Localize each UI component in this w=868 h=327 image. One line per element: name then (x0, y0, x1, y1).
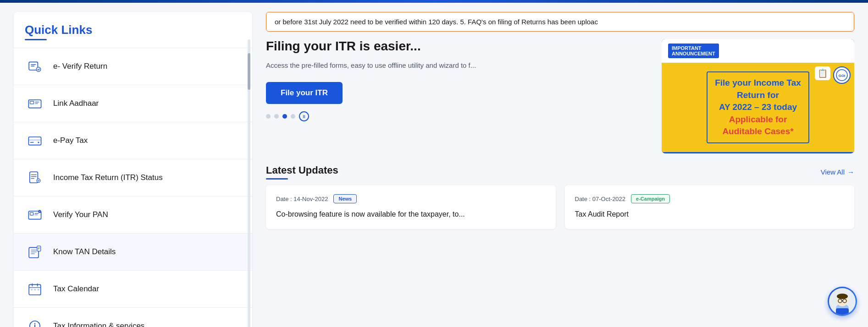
latest-updates-section: Latest Updates View All → Date : 14-Nov-… (266, 161, 854, 229)
announcement-top: IMPORTANTANNOUNCEMENT (662, 39, 854, 63)
card-meta-1: Date : 14-Nov-2022 News (276, 194, 546, 203)
sidebar-item-label: e-Pay Tax (53, 136, 88, 145)
view-all-link[interactable]: View All → (821, 168, 854, 176)
updates-title-block: Latest Updates (266, 164, 338, 180)
file-itr-button[interactable]: File your ITR (266, 82, 343, 104)
carousel-pause-button[interactable]: ⏸ (299, 111, 309, 121)
ann-line3: AY 2022 – 23 today (719, 102, 797, 112)
title-underline (25, 39, 47, 40)
carousel-dot-3[interactable] (282, 114, 287, 119)
carousel-dot-4[interactable] (291, 114, 295, 119)
svg-rect-16 (34, 289, 36, 290)
sidebar-item-label: Tax Information & services (53, 322, 144, 327)
card-date-1: Date : 14-Nov-2022 (276, 196, 328, 202)
tax-calendar-icon (25, 279, 45, 299)
svg-point-24 (837, 294, 848, 299)
svg-rect-3 (30, 101, 34, 104)
ann-line5: Auditable Cases* (722, 126, 793, 136)
svg-rect-15 (31, 289, 33, 290)
updates-header: Latest Updates View All → (266, 164, 854, 180)
sidebar-item-label: Tax Calendar (53, 284, 99, 294)
sidebar-item-verify-pan[interactable]: Verify Your PAN (14, 196, 252, 233)
ticker-banner: or before 31st July 2022 need to be veri… (266, 12, 854, 32)
e-pay-tax-icon (25, 131, 45, 151)
hero-desc: Access the pre-filled forms, easy to use… (266, 60, 651, 71)
quick-links-title: Quick Links (14, 23, 252, 44)
card-date-2: Date : 07-Oct-2022 (575, 196, 626, 202)
arrow-right-icon: → (847, 168, 854, 176)
quick-links-list: e- Verify Return Link Aadhaar (14, 48, 252, 327)
view-all-label: View All (821, 168, 845, 176)
sidebar-item-e-pay-tax[interactable]: e-Pay Tax (14, 122, 252, 159)
announcement-body: GOI File your Income Tax Return for AY 2… (662, 63, 854, 152)
sidebar-item-tax-info[interactable]: Tax Information & services (14, 307, 252, 327)
updates-title-underline (266, 178, 288, 180)
hero-title: Filing your ITR is easier... (266, 39, 651, 54)
updates-title: Latest Updates (266, 164, 338, 176)
scrollbar-thumb (248, 53, 250, 90)
svg-point-11 (38, 210, 41, 213)
carousel-dot-2[interactable] (274, 114, 279, 119)
ann-line4: Applicable for (729, 114, 787, 124)
card-content-2: Tax Audit Report (575, 209, 845, 220)
main-wrapper: Quick Links e- Verify Return (0, 3, 868, 327)
quick-links-title-plain: Quick (25, 23, 61, 37)
announcement-border-box: File your Income Tax Return for AY 2022 … (707, 71, 809, 143)
svg-rect-28 (836, 308, 849, 315)
sidebar-item-tax-calendar[interactable]: Tax Calendar (14, 270, 252, 307)
sidebar-item-label: Link Aadhaar (53, 99, 99, 108)
content-area: or before 31st July 2022 need to be veri… (266, 12, 854, 327)
svg-rect-17 (38, 289, 39, 290)
announcement-card: IMPORTANTANNOUNCEMENT GOI File your Inco… (662, 39, 854, 153)
announcement-logo: GOI (833, 66, 851, 84)
card-content-1: Co-browsing feature is now available for… (276, 209, 546, 220)
svg-point-19 (34, 323, 35, 324)
hero-text: Filing your ITR is easier... Access the … (266, 39, 651, 121)
quick-links-title-bold: Links (61, 23, 92, 37)
e-verify-icon (25, 56, 45, 76)
card-meta-2: Date : 07-Oct-2022 e-Campaign (575, 194, 845, 203)
tax-info-icon (25, 316, 45, 327)
announcement-badge: IMPORTANTANNOUNCEMENT (668, 44, 719, 58)
updates-cards: Date : 14-Nov-2022 News Co-browsing feat… (266, 185, 854, 229)
scrollbar-track (248, 39, 250, 327)
sidebar-item-label: e- Verify Return (53, 62, 107, 71)
svg-rect-13 (37, 246, 41, 251)
update-card-1: Date : 14-Nov-2022 News Co-browsing feat… (266, 185, 556, 229)
sidebar-item-link-aadhaar[interactable]: Link Aadhaar (14, 85, 252, 122)
sidebar-item-label: Know TAN Details (53, 247, 116, 256)
quick-links-panel: Quick Links e- Verify Return (14, 12, 252, 327)
card-badge-1: News (333, 194, 357, 203)
update-card-2: Date : 07-Oct-2022 e-Campaign Tax Audit … (565, 185, 855, 229)
svg-point-6 (38, 142, 39, 143)
sidebar-item-know-tan[interactable]: Know TAN Details (14, 233, 252, 270)
ticker-text: or before 31st July 2022 need to be veri… (275, 18, 598, 26)
verify-pan-icon (25, 205, 45, 225)
svg-rect-5 (28, 139, 41, 141)
svg-text:GOI: GOI (839, 74, 846, 78)
announcement-body-text: File your Income Tax Return for AY 2022 … (715, 77, 801, 138)
svg-rect-10 (30, 213, 33, 215)
carousel-dot-1[interactable] (266, 114, 271, 119)
svg-point-1 (36, 67, 41, 72)
link-aadhaar-icon (25, 93, 45, 114)
filing-icon: 📋 (815, 66, 830, 80)
pause-icon: ⏸ (302, 114, 306, 119)
ann-line2: Return for (737, 90, 779, 100)
sidebar-item-e-verify-return[interactable]: e- Verify Return (14, 48, 252, 85)
chatbot-avatar-inner (829, 288, 856, 315)
carousel-dots: ⏸ (266, 111, 651, 121)
hero-section: Filing your ITR is easier... Access the … (266, 39, 854, 153)
know-tan-icon (25, 242, 45, 262)
itr-status-icon (25, 168, 45, 188)
card-badge-2: e-Campaign (631, 194, 670, 203)
sidebar-item-label: Income Tax Return (ITR) Status (53, 173, 163, 182)
chatbot-avatar[interactable] (828, 287, 857, 316)
sidebar-item-itr-status[interactable]: Income Tax Return (ITR) Status (14, 159, 252, 196)
ann-line1: File your Income Tax (715, 78, 801, 87)
sidebar-item-label: Verify Your PAN (53, 210, 108, 219)
